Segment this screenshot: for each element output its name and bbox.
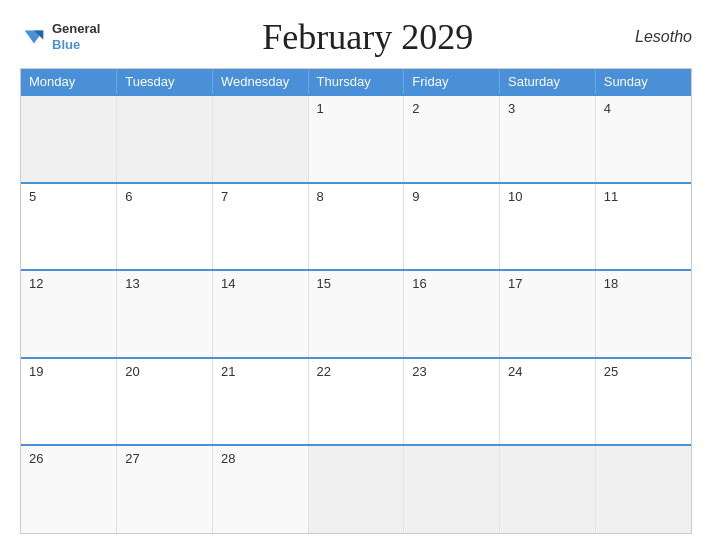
day-number: 5: [29, 189, 36, 204]
day-number: 4: [604, 101, 611, 116]
day-cell: 19: [21, 358, 117, 446]
day-cell: 23: [404, 358, 500, 446]
day-number: 14: [221, 276, 235, 291]
day-cell: 24: [500, 358, 596, 446]
day-cell: 7: [212, 183, 308, 271]
col-monday: Monday: [21, 69, 117, 95]
day-number: 6: [125, 189, 132, 204]
day-cell: 1: [308, 95, 404, 183]
col-saturday: Saturday: [500, 69, 596, 95]
day-cell: [404, 445, 500, 533]
day-number: 26: [29, 451, 43, 466]
day-cell: 18: [595, 270, 691, 358]
col-sunday: Sunday: [595, 69, 691, 95]
day-cell: 15: [308, 270, 404, 358]
day-cell: 8: [308, 183, 404, 271]
day-cell: 2: [404, 95, 500, 183]
days-of-week-row: Monday Tuesday Wednesday Thursday Friday…: [21, 69, 691, 95]
day-cell: 25: [595, 358, 691, 446]
day-cell: 9: [404, 183, 500, 271]
day-cell: 27: [117, 445, 213, 533]
calendar-title: February 2029: [262, 16, 473, 58]
day-number: 22: [317, 364, 331, 379]
week-row-5: 262728: [21, 445, 691, 533]
day-cell: 6: [117, 183, 213, 271]
day-cell: 22: [308, 358, 404, 446]
week-row-1: 1234: [21, 95, 691, 183]
day-cell: 10: [500, 183, 596, 271]
day-number: 20: [125, 364, 139, 379]
week-row-4: 19202122232425: [21, 358, 691, 446]
day-number: 23: [412, 364, 426, 379]
logo: General Blue: [20, 21, 100, 52]
col-friday: Friday: [404, 69, 500, 95]
day-cell: 5: [21, 183, 117, 271]
day-cell: 21: [212, 358, 308, 446]
day-number: 12: [29, 276, 43, 291]
logo-general-text: General: [52, 21, 100, 37]
day-cell: [212, 95, 308, 183]
day-number: 19: [29, 364, 43, 379]
day-number: 9: [412, 189, 419, 204]
generalblue-logo-icon: [20, 23, 48, 51]
calendar-header: Monday Tuesday Wednesday Thursday Friday…: [21, 69, 691, 95]
calendar: Monday Tuesday Wednesday Thursday Friday…: [20, 68, 692, 534]
day-number: 11: [604, 189, 618, 204]
col-wednesday: Wednesday: [212, 69, 308, 95]
day-cell: 26: [21, 445, 117, 533]
day-cell: 20: [117, 358, 213, 446]
logo-blue-text: Blue: [52, 37, 100, 53]
col-tuesday: Tuesday: [117, 69, 213, 95]
day-cell: 12: [21, 270, 117, 358]
day-number: 21: [221, 364, 235, 379]
day-number: 2: [412, 101, 419, 116]
day-number: 25: [604, 364, 618, 379]
day-cell: [595, 445, 691, 533]
day-number: 27: [125, 451, 139, 466]
day-cell: 3: [500, 95, 596, 183]
day-cell: [21, 95, 117, 183]
day-cell: 13: [117, 270, 213, 358]
calendar-body: 1234567891011121314151617181920212223242…: [21, 95, 691, 533]
header: General Blue February 2029 Lesotho: [20, 16, 692, 58]
day-number: 17: [508, 276, 522, 291]
day-cell: [308, 445, 404, 533]
day-number: 7: [221, 189, 228, 204]
day-number: 13: [125, 276, 139, 291]
day-cell: 28: [212, 445, 308, 533]
day-number: 1: [317, 101, 324, 116]
day-number: 18: [604, 276, 618, 291]
day-number: 8: [317, 189, 324, 204]
day-number: 28: [221, 451, 235, 466]
day-cell: 14: [212, 270, 308, 358]
week-row-2: 567891011: [21, 183, 691, 271]
day-cell: 16: [404, 270, 500, 358]
day-number: 10: [508, 189, 522, 204]
country-label: Lesotho: [635, 28, 692, 46]
day-number: 3: [508, 101, 515, 116]
page: General Blue February 2029 Lesotho Monda…: [0, 0, 712, 550]
day-cell: 4: [595, 95, 691, 183]
day-number: 16: [412, 276, 426, 291]
day-number: 15: [317, 276, 331, 291]
day-number: 24: [508, 364, 522, 379]
day-cell: [117, 95, 213, 183]
day-cell: 17: [500, 270, 596, 358]
calendar-table: Monday Tuesday Wednesday Thursday Friday…: [21, 69, 691, 533]
day-cell: [500, 445, 596, 533]
week-row-3: 12131415161718: [21, 270, 691, 358]
day-cell: 11: [595, 183, 691, 271]
col-thursday: Thursday: [308, 69, 404, 95]
